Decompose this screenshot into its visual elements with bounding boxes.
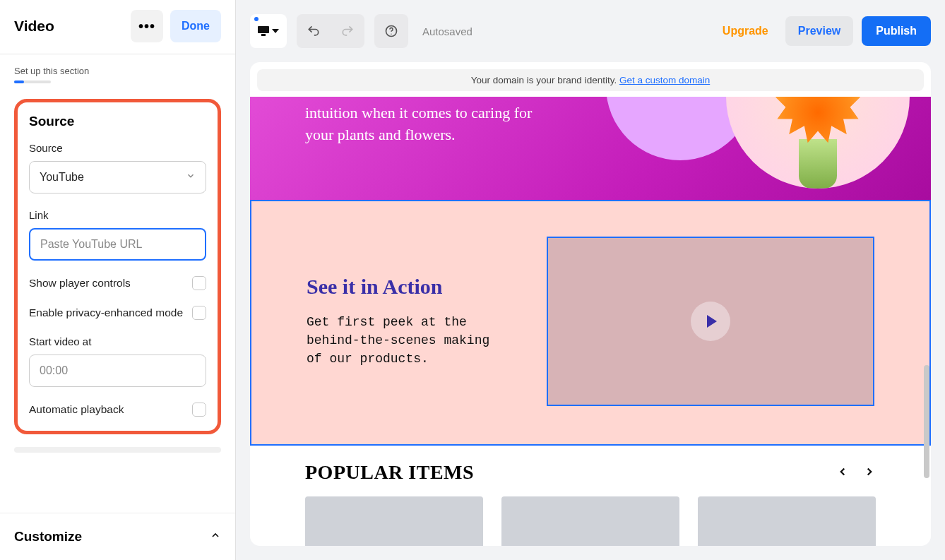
topbar: Autosaved Upgrade Preview Publish bbox=[236, 0, 945, 48]
device-switcher[interactable] bbox=[250, 14, 287, 48]
source-select-value: YouTube bbox=[40, 171, 84, 184]
show-controls-checkbox[interactable] bbox=[192, 276, 206, 290]
start-video-input[interactable] bbox=[40, 355, 196, 386]
privacy-row: Enable privacy-enhanced mode bbox=[29, 306, 206, 320]
sidebar-title: Video bbox=[14, 18, 54, 35]
chevron-down-icon bbox=[186, 171, 196, 184]
link-input[interactable] bbox=[40, 230, 195, 259]
source-panel: Source Source YouTube Link Show player c… bbox=[14, 99, 221, 434]
publish-button[interactable]: Publish bbox=[862, 16, 931, 46]
redo-icon bbox=[340, 24, 355, 38]
main-area: Autosaved Upgrade Preview Publish Your d… bbox=[236, 0, 945, 560]
upgrade-button[interactable]: Upgrade bbox=[714, 18, 777, 44]
source-heading: Source bbox=[29, 114, 206, 129]
plant-illustration bbox=[775, 97, 860, 189]
auto-playback-checkbox[interactable] bbox=[192, 403, 206, 417]
help-button[interactable] bbox=[374, 14, 408, 48]
redo-button[interactable] bbox=[331, 14, 364, 48]
video-section-title: See it in Action bbox=[307, 275, 504, 299]
svg-rect-0 bbox=[258, 26, 269, 33]
help-icon bbox=[384, 24, 398, 38]
source-select[interactable]: YouTube bbox=[29, 161, 206, 193]
play-icon bbox=[707, 315, 717, 328]
customize-toggle[interactable]: Customize bbox=[0, 513, 235, 560]
done-button[interactable]: Done bbox=[170, 10, 221, 42]
popular-title: POPULAR ITEMS bbox=[305, 461, 474, 484]
undo-redo-group bbox=[297, 14, 364, 48]
popular-section: POPULAR ITEMS bbox=[250, 446, 931, 546]
link-input-wrapper bbox=[29, 228, 206, 261]
sidebar-panel: Video ••• Done Set up this section Sourc… bbox=[0, 0, 236, 560]
setup-progress bbox=[14, 81, 51, 83]
link-field-label: Link bbox=[29, 209, 206, 221]
panel-divider bbox=[14, 447, 221, 453]
canvas: Your domain is your brand identity. Get … bbox=[250, 62, 931, 546]
hero-text: intuition when it comes to caring for yo… bbox=[305, 97, 545, 146]
carousel-prev[interactable] bbox=[836, 463, 849, 482]
chevron-left-icon bbox=[836, 465, 849, 478]
sidebar-scroll[interactable]: Set up this section Source Source YouTub… bbox=[0, 54, 235, 513]
setup-label: Set up this section bbox=[14, 66, 221, 76]
sidebar-header: Video ••• Done bbox=[0, 0, 235, 54]
product-card[interactable] bbox=[698, 496, 876, 546]
auto-playback-row: Automatic playback bbox=[29, 403, 206, 417]
indicator-dot bbox=[254, 17, 258, 21]
product-card[interactable] bbox=[305, 496, 483, 546]
svg-marker-2 bbox=[272, 29, 279, 33]
play-button[interactable] bbox=[691, 302, 730, 341]
more-button[interactable]: ••• bbox=[131, 10, 163, 42]
domain-banner: Your domain is your brand identity. Get … bbox=[257, 69, 924, 91]
customize-label: Customize bbox=[14, 529, 82, 544]
video-section-desc: Get first peek at the behind-the-scenes … bbox=[307, 313, 504, 368]
svg-rect-1 bbox=[261, 34, 266, 36]
chevron-up-icon bbox=[210, 529, 221, 544]
start-video-input-wrapper bbox=[29, 355, 206, 387]
caret-down-icon bbox=[272, 29, 279, 33]
desktop-icon bbox=[258, 26, 269, 36]
privacy-checkbox[interactable] bbox=[192, 306, 206, 320]
page-preview[interactable]: intuition when it comes to caring for yo… bbox=[250, 97, 931, 546]
preview-button[interactable]: Preview bbox=[785, 16, 853, 46]
banner-text: Your domain is your brand identity. bbox=[471, 75, 619, 85]
undo-button[interactable] bbox=[297, 14, 331, 48]
autosaved-status: Autosaved bbox=[422, 25, 472, 37]
banner-link[interactable]: Get a custom domain bbox=[619, 75, 710, 85]
svg-point-4 bbox=[391, 34, 391, 35]
carousel-arrows bbox=[836, 463, 876, 482]
hero-image-circle bbox=[726, 97, 910, 189]
start-video-label: Start video at bbox=[29, 335, 206, 347]
undo-icon bbox=[307, 24, 321, 38]
product-card[interactable] bbox=[501, 496, 679, 546]
hero-section: intuition when it comes to caring for yo… bbox=[250, 97, 931, 200]
video-placeholder[interactable] bbox=[547, 237, 874, 406]
carousel-next[interactable] bbox=[863, 463, 876, 482]
chevron-right-icon bbox=[863, 465, 876, 478]
page-scrollbar[interactable] bbox=[924, 365, 929, 478]
auto-playback-label: Automatic playback bbox=[29, 403, 124, 416]
privacy-label: Enable privacy-enhanced mode bbox=[29, 306, 183, 319]
video-section[interactable]: See it in Action Get first peek at the b… bbox=[250, 200, 931, 446]
source-field-label: Source bbox=[29, 142, 206, 154]
show-controls-label: Show player controls bbox=[29, 277, 131, 290]
show-controls-row: Show player controls bbox=[29, 276, 206, 290]
